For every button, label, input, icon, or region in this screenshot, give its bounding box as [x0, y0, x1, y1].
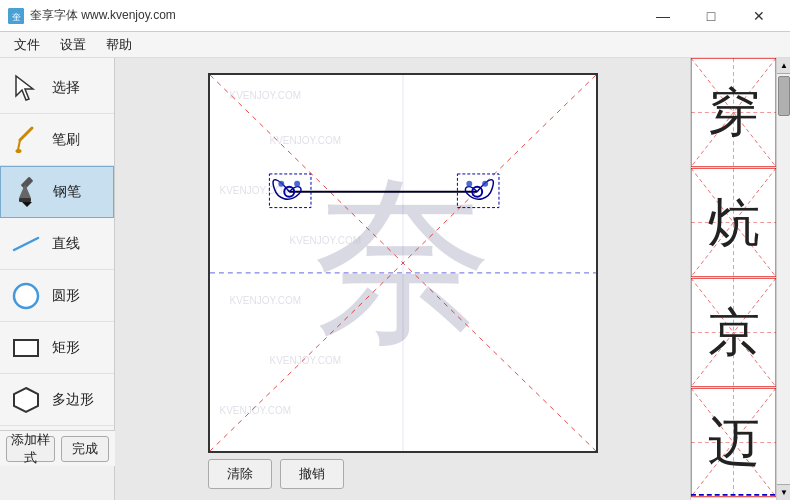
tool-select[interactable]: 选择: [0, 62, 114, 114]
add-style-button[interactable]: 添加样式: [6, 436, 55, 462]
svg-rect-6: [21, 177, 34, 190]
title-bar: 奎 奎享字体 www.kvenjoy.com — □ ✕: [0, 0, 790, 32]
svg-marker-2: [16, 76, 33, 100]
menu-help[interactable]: 帮助: [96, 32, 142, 57]
drawn-stroke: [210, 75, 596, 451]
watermark-7: KVENJOY.COM: [220, 405, 292, 416]
char-cell-2[interactable]: 京: [691, 278, 776, 388]
add-complete-bar: 添加样式 完成: [0, 430, 115, 466]
polygon-icon: [8, 382, 44, 418]
scroll-down-button[interactable]: ▼: [777, 484, 790, 500]
char-cell-0[interactable]: 穿: [691, 58, 776, 168]
svg-line-4: [18, 140, 20, 150]
tool-polygon[interactable]: 多边形: [0, 374, 114, 426]
char-cell-1[interactable]: 炕: [691, 168, 776, 278]
rect-icon: [8, 330, 44, 366]
background-character: 奈: [313, 142, 493, 384]
scroll-thumb[interactable]: [778, 76, 790, 116]
tool-brush[interactable]: 笔刷: [0, 114, 114, 166]
svg-point-21: [278, 181, 284, 187]
tool-pen-label: 钢笔: [53, 183, 81, 201]
svg-line-3: [20, 128, 32, 140]
minimize-button[interactable]: —: [640, 0, 686, 32]
svg-text:奎: 奎: [12, 12, 21, 22]
svg-point-24: [482, 181, 488, 187]
circle-icon: [8, 278, 44, 314]
svg-rect-26: [457, 174, 499, 208]
char-cell-3[interactable]: 迈: [691, 388, 776, 498]
right-panel: ▲ ▼ 穿: [690, 58, 790, 500]
svg-line-15: [210, 75, 596, 451]
scroll-up-button[interactable]: ▲: [777, 58, 790, 74]
svg-line-10: [14, 238, 38, 250]
menu-bar: 文件 设置 帮助: [0, 32, 790, 58]
svg-marker-13: [14, 388, 38, 412]
watermark-3: KVENJOY.COM: [220, 185, 292, 196]
brush-icon: [8, 122, 44, 158]
tool-polygon-label: 多边形: [52, 391, 94, 409]
watermark-1: KVENJOY.COM: [230, 90, 302, 101]
char-display-1: 炕: [708, 188, 760, 258]
watermark-5: KVENJOY.COM: [230, 295, 302, 306]
svg-point-23: [466, 181, 472, 187]
drawing-canvas[interactable]: KVENJOY.COM KVENJOY.COM KVENJOY.COM KVEN…: [208, 73, 598, 453]
maximize-button[interactable]: □: [688, 0, 734, 32]
window-controls: — □ ✕: [640, 0, 782, 32]
tool-line[interactable]: 直线: [0, 218, 114, 270]
svg-marker-9: [22, 202, 32, 207]
svg-point-19: [284, 187, 294, 197]
svg-point-20: [472, 187, 482, 197]
char-display-2: 京: [708, 298, 760, 368]
bottom-bar: 清除 撤销: [208, 453, 598, 495]
scrollbar[interactable]: ▲ ▼: [776, 58, 790, 500]
window-title: 奎享字体 www.kvenjoy.com: [30, 7, 640, 24]
undo-button[interactable]: 撤销: [280, 459, 344, 489]
menu-file[interactable]: 文件: [4, 32, 50, 57]
bottom-left-buttons: 清除 撤销: [208, 459, 344, 489]
svg-rect-12: [14, 340, 38, 356]
tool-circle[interactable]: 圆形: [0, 270, 114, 322]
tool-circle-label: 圆形: [52, 287, 80, 305]
app-icon: 奎: [8, 8, 24, 24]
svg-point-5: [16, 149, 22, 153]
svg-marker-7: [19, 184, 31, 198]
char-display-0: 穿: [708, 78, 760, 148]
svg-point-11: [14, 284, 38, 308]
pen-icon: [9, 174, 45, 210]
close-button[interactable]: ✕: [736, 0, 782, 32]
watermark-2: KVENJOY.COM: [270, 135, 342, 146]
menu-settings[interactable]: 设置: [50, 32, 96, 57]
tool-select-label: 选择: [52, 79, 80, 97]
tool-rect[interactable]: 矩形: [0, 322, 114, 374]
toolbar: 选择 笔刷: [0, 58, 115, 430]
canvas-area: KVENJOY.COM KVENJOY.COM KVENJOY.COM KVEN…: [115, 58, 690, 500]
watermark-4: KVENJOY.COM: [290, 235, 362, 246]
line-icon: [8, 226, 44, 262]
guide-lines: [210, 75, 596, 451]
tool-line-label: 直线: [52, 235, 80, 253]
select-icon: [8, 70, 44, 106]
svg-rect-25: [269, 174, 311, 208]
complete-button[interactable]: 完成: [61, 436, 110, 462]
svg-point-22: [294, 181, 300, 187]
tool-brush-label: 笔刷: [52, 131, 80, 149]
tool-pen[interactable]: 钢笔: [0, 166, 114, 218]
tool-rect-label: 矩形: [52, 339, 80, 357]
main-area: 选择 笔刷: [0, 58, 790, 500]
svg-line-14: [210, 75, 596, 451]
char-display-3: 迈: [708, 408, 760, 478]
clear-button[interactable]: 清除: [208, 459, 272, 489]
watermark-6: KVENJOY.COM: [270, 355, 342, 366]
svg-rect-8: [19, 198, 31, 202]
